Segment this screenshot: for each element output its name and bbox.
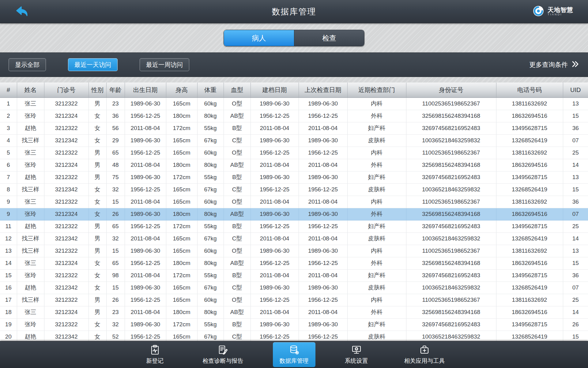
table-cell: 3212324 — [44, 208, 89, 220]
table-row[interactable]: 1张三3212322男231989-06-30165cm60kgO型1989-0… — [0, 98, 588, 110]
filter-last-day-button[interactable]: 最近一天访问 — [68, 58, 118, 71]
filter-bar: 显示全部 最近一天访问 最近一周访问 更多查询条件 — [0, 52, 588, 77]
table-row[interactable]: 3赵艳3212322女562011-08-04172cm55kgB型2011-0… — [0, 122, 588, 134]
back-arrow-icon — [15, 5, 29, 18]
filter-show-all-button[interactable]: 显示全部 — [9, 58, 46, 71]
table-cell: 3212324 — [44, 306, 89, 318]
table-cell: 赵艳 — [17, 282, 44, 294]
table-cell: 2011-08-04 — [299, 269, 347, 282]
brand-subtitle: TIANDI — [548, 13, 573, 16]
table-cell: 1956-12-25 — [125, 294, 166, 306]
table-row[interactable]: 6张玲3212324男482011-08-04180cm80kgAB型2011-… — [0, 159, 588, 171]
table-row[interactable]: 17找三样3212322男261956-12-25165cm60kgO型1956… — [0, 294, 588, 306]
table-cell: 3212322 — [44, 171, 89, 183]
tab-examinations[interactable]: 检查 — [294, 30, 364, 46]
table-cell: 80kg — [197, 159, 224, 171]
table-cell: 110025365198652367 — [406, 196, 496, 208]
more-query-conditions-link[interactable]: 更多查询条件 — [529, 60, 579, 69]
table-cell: 2011-08-04 — [299, 196, 347, 208]
table-cell: AB型 — [224, 159, 251, 171]
table-row[interactable]: 8找三样3212342女321956-12-25165cm67kgC型1956-… — [0, 183, 588, 196]
nav-item-new-registration[interactable]: 新登记 — [137, 342, 173, 367]
table-cell: 110025365198652367 — [406, 98, 496, 110]
table-cell: 13811632692 — [496, 196, 563, 208]
table-cell: 07 — [563, 134, 588, 147]
table-cell: 60kg — [197, 294, 224, 306]
table-row[interactable]: 9张三3212322女152011-08-04165cm60kgO型2011-0… — [0, 196, 588, 208]
table-row[interactable]: 9张玲3212324女261989-06-30180cm80kgAB型1989-… — [0, 208, 588, 220]
table-cell: 3212324 — [44, 159, 89, 171]
table-row[interactable]: 2张玲3212324女361956-12-25180cm80kgAB型1956-… — [0, 110, 588, 122]
tab-patients[interactable]: 病人 — [224, 30, 294, 46]
table-cell: 女 — [89, 318, 106, 331]
table-cell: 2 — [0, 110, 17, 122]
table-cell: 2011-08-04 — [299, 232, 347, 245]
nav-item-exam-diagnosis-report[interactable]: 检查诊断与报告 — [196, 342, 250, 367]
table-cell: 1956-12-25 — [299, 110, 347, 122]
table-cell: 2011-08-04 — [125, 122, 166, 134]
table-row[interactable]: 16赵艳3212342女151989-06-30165cm67kgC型1989-… — [0, 282, 588, 294]
table-row[interactable]: 12找三样3212342男322011-08-04165cm67kgC型2011… — [0, 232, 588, 245]
table-cell: 外科 — [347, 159, 406, 171]
table-cell: 1989-06-30 — [299, 208, 347, 220]
table-cell: 2011-08-04 — [125, 232, 166, 245]
table-row[interactable]: 15张玲3212322女982011-08-04172cm55kgB型2011-… — [0, 269, 588, 282]
table-cell: 2011-08-04 — [251, 269, 299, 282]
table-cell: 赵艳 — [17, 122, 44, 134]
table-cell: 17 — [0, 294, 17, 306]
table-cell: 18632694516 — [496, 306, 563, 318]
table-cell: 4 — [0, 134, 17, 147]
table-row[interactable]: 18张三3212324男232011-08-04180cm80kgAB型2011… — [0, 306, 588, 318]
table-cell: 1989-06-30 — [125, 98, 166, 110]
table-row[interactable]: 14张三3212324女651956-12-25180cm80kgAB型1956… — [0, 257, 588, 269]
nav-item-system-settings[interactable]: 系统设置 — [338, 342, 375, 367]
table-cell: 15 — [106, 245, 125, 257]
table-cell: 内科 — [347, 245, 406, 257]
tab-switcher: 病人 检查 — [224, 30, 364, 46]
table-row[interactable]: 13找三样3212322男151989-06-30165cm60kgO型1989… — [0, 245, 588, 257]
table-cell: AB型 — [224, 208, 251, 220]
table-cell: 3212322 — [44, 196, 89, 208]
table-cell: 172cm — [166, 122, 197, 134]
table-cell: 65 — [106, 257, 125, 269]
table-row[interactable]: 5张三3212322男651956-12-25165cm60kgO型1956-1… — [0, 147, 588, 159]
filter-last-week-button[interactable]: 最近一周访问 — [140, 58, 189, 71]
table-cell: 1989-06-30 — [251, 171, 299, 183]
table-cell: 1956-12-25 — [251, 183, 299, 196]
table-row[interactable]: 11赵艳3212322男651956-12-25172cm55kgB型1956-… — [0, 220, 588, 232]
table-cell: 180cm — [166, 208, 197, 220]
column-header: 电话号码 — [496, 82, 563, 98]
table-cell: 14 — [563, 306, 588, 318]
table-cell: O型 — [224, 98, 251, 110]
nav-item-database-management[interactable]: 数据库管理 — [273, 342, 315, 367]
more-query-conditions-label: 更多查询条件 — [529, 60, 568, 69]
table-cell: 1956-12-25 — [299, 257, 347, 269]
table-cell: C型 — [224, 232, 251, 245]
table-cell: 3212322 — [44, 98, 89, 110]
back-button[interactable] — [13, 4, 31, 19]
table-cell: 100365218463259832 — [406, 183, 496, 196]
table-cell: 325698156248394168 — [406, 257, 496, 269]
nav-item-label: 相关应用与工具 — [404, 357, 445, 365]
table-cell: 1956-12-25 — [251, 257, 299, 269]
table-row[interactable]: 19张玲3212322女321989-06-30172cm55kgB型1989-… — [0, 318, 588, 331]
table-cell: 172cm — [166, 220, 197, 232]
table-row[interactable]: 4找三样3212342女291989-06-30165cm67kgC型1989-… — [0, 134, 588, 147]
table-cell: 18632694516 — [496, 257, 563, 269]
table-cell: B型 — [224, 318, 251, 331]
nav-item-related-apps-tools[interactable]: 相关应用与工具 — [398, 342, 452, 367]
table-cell: 5 — [0, 147, 17, 159]
table-cell: 110025365198652367 — [406, 294, 496, 306]
table-cell: 3212342 — [44, 134, 89, 147]
table-cell: 165cm — [166, 147, 197, 159]
table-cell: 张玲 — [17, 208, 44, 220]
database-icon — [288, 344, 300, 355]
table-cell: 找三样 — [17, 245, 44, 257]
table-cell: 2011-08-04 — [251, 159, 299, 171]
table-cell: 18632694516 — [496, 110, 563, 122]
table-row[interactable]: 7赵艳3212322男751989-06-30172cm55kgB型1989-0… — [0, 171, 588, 183]
monitor-gear-icon — [351, 344, 362, 355]
table-cell: 3212324 — [44, 110, 89, 122]
table-cell: 张玲 — [17, 110, 44, 122]
table-cell: 100365218463259832 — [406, 134, 496, 147]
